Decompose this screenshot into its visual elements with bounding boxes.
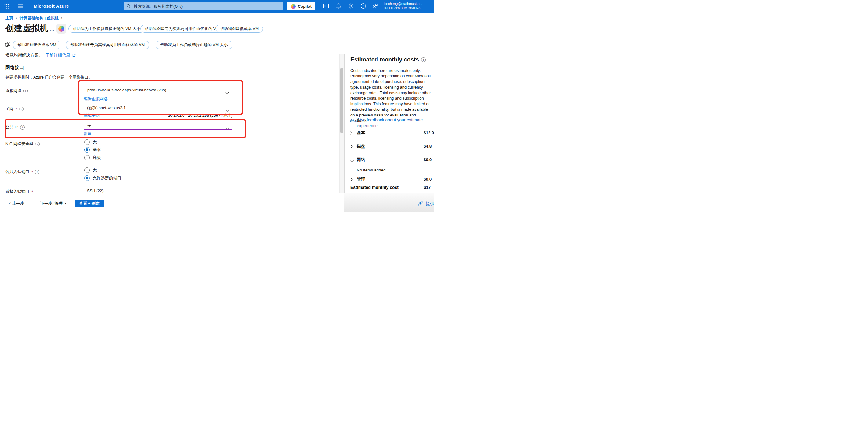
notifications-bell-icon[interactable] xyxy=(336,3,342,9)
breadcrumb-section[interactable]: 计算基础结构 | 虚拟机 xyxy=(20,15,59,21)
radio-icon xyxy=(84,155,90,161)
subnet-address-range: 10.10.1.0 - 10.10.1.255 (256 个地址) xyxy=(150,113,232,118)
breadcrumb-home[interactable]: 主页 xyxy=(5,15,13,21)
cost-value-disks: $4.8 xyxy=(424,144,432,148)
info-icon[interactable]: i xyxy=(35,170,39,174)
cost-row-basic[interactable]: 基本 xyxy=(357,130,365,136)
copilot-button[interactable]: Copilot xyxy=(287,2,315,10)
copilot-outline-icon xyxy=(5,41,11,49)
cost-network-note: No items added xyxy=(357,168,386,172)
info-icon[interactable]: i xyxy=(35,142,40,146)
chevron-right-icon: › xyxy=(61,16,62,20)
copilot-suggestion-high-availability-2[interactable]: 帮助我创建专为实现高可用性而优化的 VM xyxy=(66,41,149,49)
info-icon[interactable]: i xyxy=(23,89,28,93)
global-search[interactable] xyxy=(124,2,283,10)
cost-feedback-link[interactable]: Give feedback about your estimate experi… xyxy=(357,117,432,129)
chevron-down-icon[interactable] xyxy=(350,158,354,164)
copilot-suggestion-vm-size-2[interactable]: 帮助我为工作负载选择正确的 VM 大小 xyxy=(156,41,232,49)
waffle-icon[interactable] xyxy=(4,4,9,9)
virtual-network-label: 虚拟网络 i xyxy=(5,88,28,93)
nic-nsg-option-none[interactable]: 无 xyxy=(84,139,97,145)
previous-step-button[interactable]: < 上一步 xyxy=(5,200,28,207)
copilot-suggestion-low-cost-2[interactable]: 帮助我创建低成本 VM xyxy=(13,41,60,49)
intro-text: 负载均衡解决方案。 xyxy=(5,53,43,57)
copilot-suggestion-vm-size[interactable]: 帮助我为工作负载选择正确的 VM 大小 xyxy=(68,25,145,33)
cost-row-network[interactable]: 网络 xyxy=(357,157,365,163)
top-bar: Microsoft Azure Copilot ? icecheng@mathm… xyxy=(0,0,434,12)
chevron-down-icon xyxy=(225,125,229,130)
nic-nsg-label: NIC 网络安全组 i xyxy=(5,141,40,147)
radio-icon xyxy=(84,139,90,145)
cost-disclaimer: Costs indicated here are estimates only.… xyxy=(350,68,433,123)
edit-subnet-link[interactable]: 编辑子网 xyxy=(84,113,99,118)
chevron-down-icon xyxy=(225,89,229,94)
virtual-network-dropdown[interactable]: prod-usw2-k8s-freeleaps-virtual-networ (… xyxy=(84,86,232,94)
info-icon[interactable]: i xyxy=(421,57,426,62)
radio-selected-icon xyxy=(84,175,90,181)
copilot-suggestion-high-availability[interactable]: 帮助我创建专为实现高可用性而优化的 VM xyxy=(141,25,223,33)
azure-brand[interactable]: Microsoft Azure xyxy=(34,3,69,8)
public-ip-label: 公共 IP i xyxy=(5,124,25,130)
intro-line: 负载均衡解决方案。 了解详细信息 xyxy=(5,53,76,58)
public-inbound-ports-label: 公共入站端口 * i xyxy=(5,169,39,174)
next-step-button[interactable]: 下一步: 管理 > xyxy=(36,200,70,207)
nic-nsg-option-basic[interactable]: 基本 xyxy=(84,147,101,152)
info-icon[interactable]: i xyxy=(20,125,25,130)
hamburger-menu-icon[interactable] xyxy=(18,4,23,8)
chevron-right-icon[interactable] xyxy=(350,144,353,150)
public-ip-dropdown[interactable]: 无 xyxy=(84,122,232,130)
cost-panel-title: Estimated monthly costs i xyxy=(350,56,426,63)
account-email: icecheng@mathmast.c... xyxy=(383,2,432,6)
section-description: 创建虚拟机时，Azure 门户会创建一个网络接口。 xyxy=(5,75,93,80)
account-tenant: FREELEAPS.COM (MATHMA... xyxy=(383,6,432,10)
svg-text:?: ? xyxy=(363,4,364,8)
external-link-icon xyxy=(72,53,76,58)
account-menu[interactable]: icecheng@mathmast.c... FREELEAPS.COM (MA… xyxy=(383,2,432,10)
edit-virtual-network-link[interactable]: 编辑虚拟网络 xyxy=(84,96,107,102)
review-create-button[interactable]: 查看 + 创建 xyxy=(75,200,104,207)
cost-value-network: $0.0 xyxy=(424,158,432,162)
subnet-label: 子网 * i xyxy=(5,106,24,112)
inbound-ports-option-allow-selected[interactable]: 允许选定的端口 xyxy=(84,175,122,181)
help-icon[interactable]: ? xyxy=(361,3,367,9)
info-icon[interactable]: i xyxy=(19,107,24,111)
give-feedback-bottom-link[interactable]: 提供反馈 xyxy=(418,200,434,207)
azure-create-vm-page: Microsoft Azure Copilot ? icecheng@mathm… xyxy=(0,0,434,212)
create-new-public-ip-link[interactable]: 新建 xyxy=(84,131,92,137)
more-options-ellipsis[interactable]: … xyxy=(50,26,55,32)
chevron-right-icon[interactable] xyxy=(350,131,353,136)
chevron-right-icon: › xyxy=(16,16,17,20)
copilot-logo-icon xyxy=(58,26,64,32)
subnet-dropdown[interactable]: (新项) snet-westus2-1 xyxy=(84,104,232,112)
cost-total-label: Estimated monthly cost xyxy=(350,185,399,190)
cost-value-basic: $12.9 xyxy=(424,131,434,135)
feedback-bubbles-icon xyxy=(350,118,354,124)
cost-row-disks[interactable]: 磁盘 xyxy=(357,144,365,149)
radio-icon xyxy=(84,168,90,173)
settings-gear-icon[interactable] xyxy=(348,3,354,9)
copilot-suggestion-low-cost[interactable]: 帮助我创建低成本 VM xyxy=(216,25,263,33)
section-title-network-interface: 网络接口 xyxy=(5,65,24,70)
search-input[interactable] xyxy=(133,4,280,9)
cost-total-card: Estimated monthly cost $17 xyxy=(344,181,434,194)
feedback-icon[interactable] xyxy=(372,3,378,9)
feedback-person-icon xyxy=(418,200,424,207)
nic-nsg-option-advanced[interactable]: 高级 xyxy=(84,155,101,161)
copilot-badge[interactable] xyxy=(56,24,66,34)
breadcrumb: 主页 › 计算基础结构 | 虚拟机 › xyxy=(5,15,62,21)
search-icon xyxy=(126,4,131,8)
cloud-shell-icon[interactable] xyxy=(323,3,329,9)
page-title: 创建虚拟机 xyxy=(5,23,48,34)
radio-selected-icon xyxy=(84,147,90,152)
scrollbar-thumb[interactable] xyxy=(340,68,343,133)
learn-more-link[interactable]: 了解详细信息 xyxy=(45,53,70,57)
copilot-logo-icon xyxy=(291,4,296,9)
chevron-down-icon xyxy=(226,107,229,112)
cost-total-value: $17 xyxy=(424,185,431,190)
copilot-button-label: Copilot xyxy=(298,4,312,8)
inbound-ports-option-none[interactable]: 无 xyxy=(84,168,97,173)
wizard-footer: < 上一步 下一步: 管理 > 查看 + 创建 提供反馈 xyxy=(0,193,434,212)
give-feedback-label: 提供反馈 xyxy=(426,201,434,207)
